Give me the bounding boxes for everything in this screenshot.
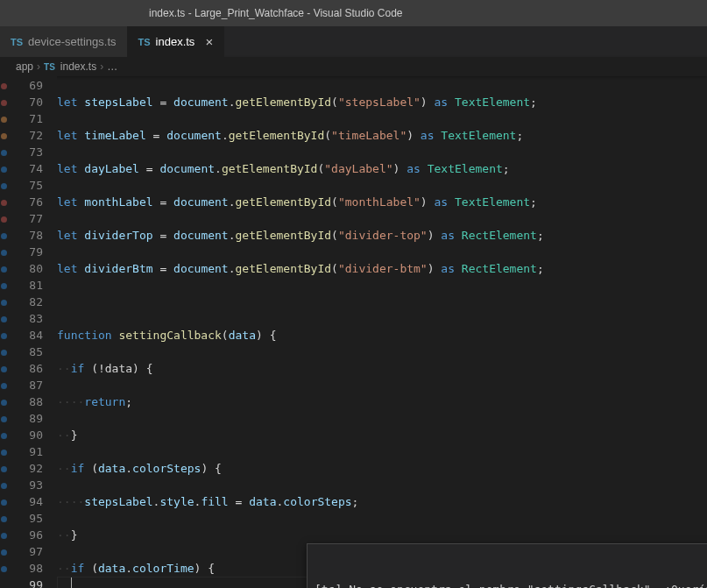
breadcrumb-segment[interactable]: index.ts bbox=[60, 60, 96, 73]
overview-marker bbox=[1, 200, 7, 206]
line-number: 97 bbox=[9, 543, 43, 560]
line-number: 88 bbox=[9, 393, 43, 410]
overview-marker bbox=[1, 566, 7, 572]
overview-marker bbox=[1, 283, 7, 289]
overview-marker bbox=[1, 533, 7, 539]
line-number: 93 bbox=[9, 477, 43, 493]
line-number: 82 bbox=[9, 294, 43, 310]
overview-marker bbox=[1, 233, 7, 239]
line-number: 89 bbox=[9, 410, 43, 427]
chevron-right-icon: › bbox=[100, 60, 103, 73]
breadcrumb-segment[interactable]: app bbox=[16, 60, 33, 73]
typescript-icon: TS bbox=[11, 37, 23, 47]
overview-marker bbox=[1, 499, 7, 506]
line-number: 77 bbox=[9, 210, 43, 227]
overview-marker bbox=[1, 416, 7, 422]
overview-marker bbox=[1, 100, 7, 106]
line-number: 83 bbox=[9, 310, 43, 327]
line-number: 98 bbox=[9, 560, 43, 577]
line-number: 69 bbox=[9, 77, 43, 94]
tab-label: index.ts bbox=[156, 35, 195, 48]
title-bar: index.ts - Large_Print_Watchface - Visua… bbox=[0, 0, 707, 26]
line-number: 72 bbox=[9, 127, 43, 144]
overview-marker bbox=[1, 216, 7, 223]
overview-marker bbox=[1, 316, 7, 322]
overview-ruler bbox=[0, 76, 9, 588]
line-number: 74 bbox=[9, 160, 43, 177]
overview-marker bbox=[1, 117, 7, 123]
line-number-gutter: 6970717273747576777879808182838485868788… bbox=[9, 76, 57, 588]
line-number: 85 bbox=[9, 344, 43, 360]
line-number: 90 bbox=[9, 427, 43, 443]
tab-bar: TS device-settings.ts TS index.ts × bbox=[0, 26, 707, 57]
overview-marker bbox=[1, 549, 7, 556]
line-number: 76 bbox=[9, 194, 43, 210]
code-content[interactable]: let stepsLabel = document.getElementById… bbox=[57, 76, 707, 588]
overview-marker bbox=[1, 300, 7, 306]
editor-hover-tooltip: [ts] No se encuentra el nombre "settings… bbox=[307, 543, 707, 588]
line-number: 70 bbox=[9, 94, 43, 110]
line-number: 99 bbox=[9, 577, 43, 588]
line-number: 75 bbox=[9, 177, 43, 194]
tab-device-settings[interactable]: TS device-settings.ts bbox=[0, 26, 128, 57]
line-number: 94 bbox=[9, 493, 43, 510]
overview-marker bbox=[1, 183, 7, 189]
line-number: 86 bbox=[9, 360, 43, 377]
line-number: 91 bbox=[9, 443, 43, 460]
tab-index[interactable]: TS index.ts × bbox=[128, 26, 225, 57]
typescript-icon: TS bbox=[44, 62, 55, 72]
tab-label: device-settings.ts bbox=[28, 35, 116, 48]
overview-marker bbox=[1, 400, 7, 406]
line-number: 79 bbox=[9, 244, 43, 260]
overview-marker bbox=[1, 150, 7, 156]
overview-marker bbox=[1, 250, 7, 256]
line-number: 73 bbox=[9, 144, 43, 160]
overview-marker bbox=[1, 516, 7, 522]
breadcrumb-more[interactable]: … bbox=[107, 60, 117, 73]
overview-marker bbox=[1, 383, 7, 389]
line-number: 78 bbox=[9, 227, 43, 244]
overview-marker bbox=[1, 83, 7, 89]
breadcrumb[interactable]: app › TS index.ts › … bbox=[0, 57, 707, 76]
typescript-icon: TS bbox=[138, 37, 151, 47]
overview-marker bbox=[1, 133, 7, 139]
line-number: 92 bbox=[9, 460, 43, 477]
overview-marker bbox=[1, 266, 7, 273]
line-number: 81 bbox=[9, 277, 43, 294]
editor[interactable]: 6970717273747576777879808182838485868788… bbox=[0, 76, 707, 588]
overview-marker bbox=[1, 433, 7, 439]
line-number: 80 bbox=[9, 260, 43, 277]
line-number: 84 bbox=[9, 327, 43, 344]
close-icon[interactable]: × bbox=[205, 34, 213, 49]
line-number: 87 bbox=[9, 377, 43, 393]
chevron-right-icon: › bbox=[37, 60, 40, 73]
window-title: index.ts - Large_Print_Watchface - Visua… bbox=[149, 7, 403, 19]
overview-marker bbox=[1, 366, 7, 372]
overview-marker bbox=[1, 483, 7, 489]
overview-marker bbox=[1, 466, 7, 472]
overview-marker bbox=[1, 333, 7, 339]
line-number: 96 bbox=[9, 527, 43, 543]
overview-marker bbox=[1, 350, 7, 356]
hover-message: [ts] No se encuentra el nombre "settings… bbox=[315, 581, 707, 588]
overview-marker bbox=[1, 450, 7, 456]
text-cursor bbox=[71, 577, 72, 588]
line-number: 71 bbox=[9, 110, 43, 127]
overview-marker bbox=[1, 166, 7, 173]
line-number: 95 bbox=[9, 510, 43, 527]
